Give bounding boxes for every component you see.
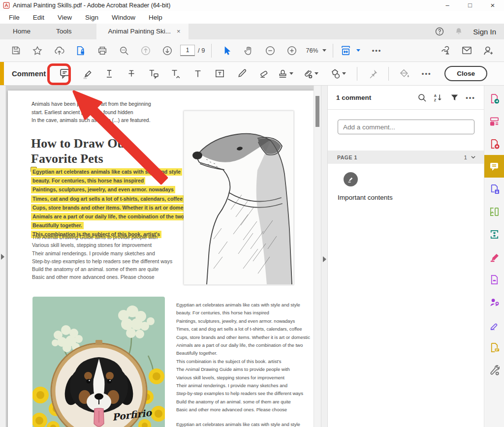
tab-close-icon[interactable]: ×: [177, 24, 181, 39]
more-tools-icon[interactable]: •••: [366, 42, 388, 59]
highlighted-paragraph[interactable]: Egyptian art celebrates animals like cat…: [31, 168, 193, 240]
more-tools-rail-icon[interactable]: [484, 359, 504, 381]
close-window-button[interactable]: ×: [481, 0, 504, 11]
page-number-input[interactable]: 1: [180, 45, 195, 56]
shapes-tool-icon[interactable]: [325, 64, 352, 83]
underline-text-tool-icon[interactable]: [98, 64, 120, 83]
share-link-icon[interactable]: [434, 42, 456, 59]
fill-sign-tool-icon[interactable]: [484, 313, 504, 336]
maximize-button[interactable]: □: [459, 0, 481, 11]
text-line: Beautifully together.: [176, 349, 310, 357]
send-for-comments-tool-icon[interactable]: [484, 336, 504, 359]
tab-document[interactable]: Animal Painting Ski... ×: [96, 24, 189, 39]
print-icon[interactable]: [92, 42, 113, 59]
next-page-icon[interactable]: [157, 42, 178, 59]
compress-pdf-tool-icon[interactable]: [484, 223, 504, 245]
page-section-count: 1: [464, 154, 467, 160]
save-icon[interactable]: [5, 42, 27, 59]
shapes-caret-icon[interactable]: [342, 72, 346, 75]
right-column-paragraph: Egyptian art celebrates animals like cat…: [176, 301, 310, 414]
protect-pdf-tool-icon[interactable]: [484, 268, 504, 291]
stamp-tool-icon[interactable]: [275, 64, 297, 83]
tab-home[interactable]: Home: [0, 24, 43, 39]
text-line: Step-by-step examples to help readers se…: [32, 257, 172, 265]
toolbar-separator: [333, 44, 333, 58]
stamp-caret-icon[interactable]: [289, 72, 293, 75]
text-line: Step-by-step examples to help readers se…: [176, 390, 310, 397]
pin-tool-icon[interactable]: [362, 64, 384, 83]
tab-tools[interactable]: Tools: [43, 24, 85, 39]
erase-tool-icon[interactable]: [253, 64, 275, 83]
expand-nav-pane-icon[interactable]: [1, 254, 4, 260]
text-line: Egyptian art celebrates animals like cat…: [176, 301, 310, 309]
tab-document-label: Animal Painting Ski...: [108, 24, 171, 39]
fit-dropdown-caret-icon[interactable]: [356, 49, 360, 52]
select-tool-icon[interactable]: [216, 42, 238, 59]
page-heading: How to Draw Our Favorite Pets: [31, 136, 130, 166]
comment-tool-icon[interactable]: [484, 155, 504, 178]
chevron-down-icon[interactable]: [471, 154, 476, 160]
collapse-panel-icon[interactable]: [323, 256, 326, 262]
text-line: Paintings, sculptures, jewelry, and even…: [176, 317, 310, 325]
text-line: Animals have been painted in art from th…: [32, 100, 151, 108]
comment-toolbar-separator: [357, 67, 357, 81]
text-line: Various skill levels, stepping stones fo…: [176, 374, 310, 382]
help-icon[interactable]: [435, 27, 444, 36]
edit-pdf-tool-icon[interactable]: [484, 110, 504, 132]
document-area[interactable]: Animals have been painted in art from th…: [6, 86, 321, 427]
zoom-out-icon[interactable]: [259, 42, 281, 59]
highlight-text-tool-icon[interactable]: [76, 64, 98, 83]
file-lock-icon[interactable]: [70, 42, 92, 59]
scrollbar-thumb[interactable]: [315, 96, 319, 127]
organize-pages-tool-icon[interactable]: [484, 200, 504, 223]
attachment-tool-icon[interactable]: [297, 64, 325, 83]
star-icon[interactable]: [27, 42, 48, 59]
panel-divider[interactable]: [321, 86, 328, 427]
export-pdf-tool-icon[interactable]: [484, 87, 504, 110]
previous-page-icon[interactable]: [135, 42, 157, 59]
account-icon[interactable]: [477, 42, 499, 59]
text-line: Times, cat and dog art sells a lot of t-…: [31, 195, 184, 203]
email-icon[interactable]: [456, 42, 477, 59]
minimize-button[interactable]: –: [436, 0, 459, 11]
text-box-tool-icon[interactable]: [209, 64, 231, 83]
text-line: Their animal renderings. I provide many …: [176, 382, 310, 390]
text-line: Sign: [85, 14, 98, 21]
comment-list-item[interactable]: Important contents: [328, 164, 484, 201]
sign-in-button[interactable]: Sign In: [473, 28, 496, 36]
page-section-header[interactable]: PAGE 1 1: [328, 151, 484, 164]
search-comments-icon[interactable]: [415, 91, 428, 104]
notifications-bell-icon[interactable]: [454, 27, 463, 36]
replace-text-tool-icon[interactable]: [142, 64, 164, 83]
text-line: Times, cat and dog art sells a lot of t-…: [176, 325, 310, 333]
add-comment-input[interactable]: [338, 120, 474, 134]
comment-accent-stripe: [0, 62, 4, 85]
document-scrollbar[interactable]: [314, 86, 321, 427]
create-pdf-tool-icon[interactable]: [484, 132, 504, 155]
hand-tool-icon[interactable]: [238, 42, 259, 59]
text-line: The Animal Drawing Guide aims to provide…: [176, 366, 310, 373]
zoom-in-icon[interactable]: [281, 42, 303, 59]
add-text-tool-icon[interactable]: [187, 64, 209, 83]
sort-comments-icon[interactable]: AZ: [432, 91, 444, 104]
text-line: Cups, store brands and other items. Whet…: [176, 334, 310, 341]
panel-more-options-icon[interactable]: •••: [464, 91, 477, 104]
draw-tool-icon[interactable]: [231, 64, 253, 83]
close-comment-button[interactable]: Close: [444, 66, 487, 81]
insert-text-tool-icon[interactable]: [164, 64, 187, 83]
text-line: Animals are a part of our daily life, th…: [31, 213, 186, 220]
request-signatures-tool-icon[interactable]: [484, 291, 504, 313]
fill-color-tool-icon[interactable]: [393, 64, 415, 83]
cloud-upload-icon[interactable]: [48, 42, 70, 59]
fit-width-icon[interactable]: [338, 42, 354, 59]
strikethrough-text-tool-icon[interactable]: [120, 64, 142, 83]
search-icon[interactable]: [113, 42, 135, 59]
combine-files-tool-icon[interactable]: [484, 178, 504, 200]
comment-more-options-icon[interactable]: •••: [415, 64, 438, 83]
filter-comments-icon[interactable]: [448, 91, 461, 104]
zoom-dropdown-caret-icon[interactable]: [322, 49, 326, 52]
zoom-level-value[interactable]: 76%: [306, 47, 318, 54]
text-line: Paintings, sculptures, jewelry, and even…: [31, 186, 175, 193]
redact-tool-icon[interactable]: [484, 245, 504, 268]
attachment-caret-icon[interactable]: [315, 72, 318, 75]
